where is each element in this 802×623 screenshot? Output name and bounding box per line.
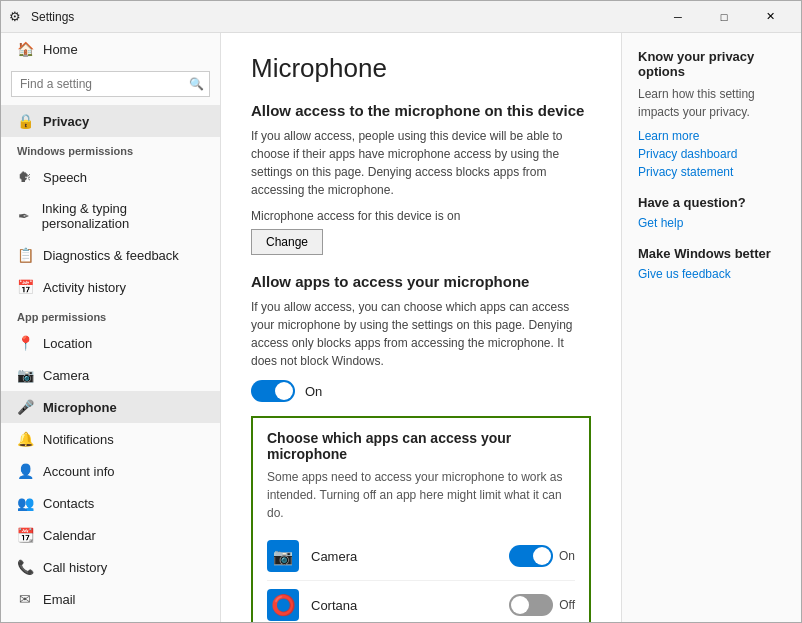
- sidebar-item-tasks[interactable]: ✅ Tasks: [1, 615, 220, 622]
- right-link-learn[interactable]: Learn more: [638, 129, 785, 143]
- privacy-icon: 🔒: [17, 113, 33, 129]
- sidebar-item-email[interactable]: ✉ Email: [1, 583, 220, 615]
- sidebar-item-camera[interactable]: 📷 Camera: [1, 359, 220, 391]
- right-question-title: Have a question?: [638, 195, 785, 210]
- close-button[interactable]: ✕: [747, 1, 793, 33]
- main-content: Microphone Allow access to the microphon…: [221, 33, 621, 622]
- app-toggle-label-camera: On: [559, 549, 575, 563]
- sidebar-calendar-label: Calendar: [43, 528, 96, 543]
- minimize-button[interactable]: ─: [655, 1, 701, 33]
- windows-permissions-label: Windows permissions: [1, 137, 220, 161]
- activity-icon: 📅: [17, 279, 33, 295]
- sidebar-home-label: Home: [43, 42, 78, 57]
- sidebar-inking-label: Inking & typing personalization: [42, 201, 204, 231]
- sidebar-item-callhistory[interactable]: 📞 Call history: [1, 551, 220, 583]
- right-link-statement[interactable]: Privacy statement: [638, 165, 785, 179]
- app-toggle-label-cortana: Off: [559, 598, 575, 612]
- app-toggle-knob-cortana: [511, 596, 529, 614]
- location-icon: 📍: [17, 335, 33, 351]
- sidebar-item-microphone[interactable]: 🎤 Microphone: [1, 391, 220, 423]
- green-box-title: Choose which apps can access your microp…: [267, 430, 575, 462]
- titlebar: ⚙ Settings ─ □ ✕: [1, 1, 801, 33]
- app-toggle-camera[interactable]: [509, 545, 553, 567]
- sidebar-item-speech[interactable]: 🗣 Speech: [1, 161, 220, 193]
- app-permissions-label: App permissions: [1, 303, 220, 327]
- titlebar-controls: ─ □ ✕: [655, 1, 793, 33]
- app-toggle-cortana[interactable]: [509, 594, 553, 616]
- main-toggle-row: On: [251, 380, 591, 402]
- right-better-section: Make Windows better Give us feedback: [638, 246, 785, 281]
- sidebar-contacts-label: Contacts: [43, 496, 94, 511]
- status-text: Microphone access for this device is on: [251, 209, 591, 223]
- sidebar-account-label: Account info: [43, 464, 115, 479]
- right-know-desc: Learn how this setting impacts your priv…: [638, 85, 785, 121]
- sidebar-item-location[interactable]: 📍 Location: [1, 327, 220, 359]
- notifications-icon: 🔔: [17, 431, 33, 447]
- settings-icon: ⚙: [9, 9, 25, 25]
- section1-desc: If you allow access, people using this d…: [251, 127, 591, 199]
- email-icon: ✉: [17, 591, 33, 607]
- main-toggle[interactable]: [251, 380, 295, 402]
- green-box-desc: Some apps need to access your microphone…: [267, 468, 575, 522]
- sidebar-item-privacy[interactable]: 🔒 Privacy: [1, 105, 220, 137]
- sidebar-item-activity[interactable]: 📅 Activity history: [1, 271, 220, 303]
- sidebar-item-diagnostics[interactable]: 📋 Diagnostics & feedback: [1, 239, 220, 271]
- callhistory-icon: 📞: [17, 559, 33, 575]
- titlebar-title: Settings: [31, 10, 655, 24]
- sidebar: 🏠 Home 🔍 🔒 Privacy Windows permissions 🗣…: [1, 33, 221, 622]
- inking-icon: ✒: [17, 208, 32, 224]
- sidebar-camera-label: Camera: [43, 368, 89, 383]
- green-box: Choose which apps can access your microp…: [251, 416, 591, 622]
- sidebar-diagnostics-label: Diagnostics & feedback: [43, 248, 179, 263]
- app-toggle-area-camera: On: [509, 545, 575, 567]
- sidebar-home[interactable]: 🏠 Home: [1, 33, 220, 65]
- contacts-icon: 👥: [17, 495, 33, 511]
- search-input[interactable]: [11, 71, 210, 97]
- change-button[interactable]: Change: [251, 229, 323, 255]
- search-icon: 🔍: [189, 77, 204, 91]
- sidebar-search-container: 🔍: [11, 71, 210, 97]
- sidebar-callhistory-label: Call history: [43, 560, 107, 575]
- sidebar-item-account[interactable]: 👤 Account info: [1, 455, 220, 487]
- main-toggle-knob: [275, 382, 293, 400]
- home-icon: 🏠: [17, 41, 33, 57]
- calendar-icon: 📆: [17, 527, 33, 543]
- section2-desc: If you allow access, you can choose whic…: [251, 298, 591, 370]
- sidebar-item-inking[interactable]: ✒ Inking & typing personalization: [1, 193, 220, 239]
- app-row-camera: 📷 Camera On: [267, 532, 575, 581]
- app-icon-cortana: ⭕: [267, 589, 299, 621]
- sidebar-location-label: Location: [43, 336, 92, 351]
- sidebar-item-notifications[interactable]: 🔔 Notifications: [1, 423, 220, 455]
- app-toggle-knob-camera: [533, 547, 551, 565]
- account-icon: 👤: [17, 463, 33, 479]
- microphone-icon: 🎤: [17, 399, 33, 415]
- right-link-help[interactable]: Get help: [638, 216, 785, 230]
- sidebar-speech-label: Speech: [43, 170, 87, 185]
- right-question-section: Have a question? Get help: [638, 195, 785, 230]
- right-link-feedback[interactable]: Give us feedback: [638, 267, 785, 281]
- section2-title: Allow apps to access your microphone: [251, 273, 591, 290]
- app-name-camera: Camera: [311, 549, 509, 564]
- right-panel: Know your privacy options Learn how this…: [621, 33, 801, 622]
- sidebar-microphone-label: Microphone: [43, 400, 117, 415]
- settings-window: ⚙ Settings ─ □ ✕ 🏠 Home 🔍 🔒 Privacy: [0, 0, 802, 623]
- sidebar-privacy-label: Privacy: [43, 114, 89, 129]
- sidebar-email-label: Email: [43, 592, 76, 607]
- main-toggle-label: On: [305, 384, 322, 399]
- app-row-cortana: ⭕ Cortana Off: [267, 581, 575, 622]
- app-toggle-area-cortana: Off: [509, 594, 575, 616]
- maximize-button[interactable]: □: [701, 1, 747, 33]
- speech-icon: 🗣: [17, 169, 33, 185]
- section1-title: Allow access to the microphone on this d…: [251, 102, 591, 119]
- camera-icon: 📷: [17, 367, 33, 383]
- sidebar-item-contacts[interactable]: 👥 Contacts: [1, 487, 220, 519]
- sidebar-activity-label: Activity history: [43, 280, 126, 295]
- right-know-title: Know your privacy options: [638, 49, 785, 79]
- right-better-title: Make Windows better: [638, 246, 785, 261]
- right-link-dashboard[interactable]: Privacy dashboard: [638, 147, 785, 161]
- diagnostics-icon: 📋: [17, 247, 33, 263]
- main-layout: 🏠 Home 🔍 🔒 Privacy Windows permissions 🗣…: [1, 33, 801, 622]
- sidebar-item-calendar[interactable]: 📆 Calendar: [1, 519, 220, 551]
- sidebar-notifications-label: Notifications: [43, 432, 114, 447]
- page-title: Microphone: [251, 53, 591, 84]
